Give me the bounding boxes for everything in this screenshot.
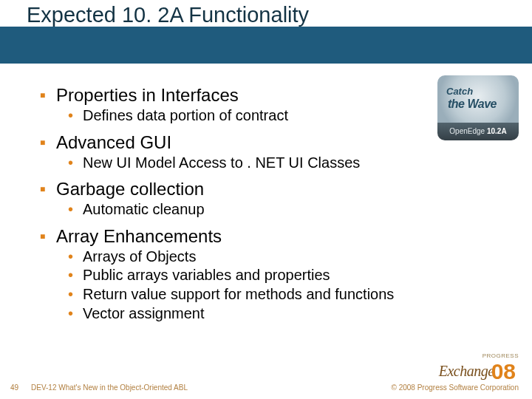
- footer: 49 DEV-12 What's New in the Object-Orien…: [0, 378, 532, 393]
- bullet: Vector assignment: [83, 304, 495, 324]
- footer-left: DEV-12 What's New in the Object-Oriented…: [31, 383, 188, 392]
- bullet: Arrays of Objects: [83, 248, 495, 267]
- exchange-logo: PROGRESS Exchange08: [439, 352, 519, 381]
- section-0: Properties in Interfaces Defines data po…: [37, 84, 495, 126]
- title-bar: [0, 27, 532, 64]
- section-heading: Array Enhancements: [56, 225, 495, 248]
- logo-event: Exchange: [439, 363, 494, 379]
- section-3: Array Enhancements Arrays of Objects Pub…: [37, 225, 495, 323]
- section-heading: Garbage collection: [56, 178, 495, 200]
- section-heading: Properties in Interfaces: [56, 84, 495, 106]
- content: Properties in Interfaces Defines data po…: [37, 78, 495, 323]
- section-1: Advanced GUI New UI Model Access to . NE…: [37, 132, 495, 173]
- bullet: Automatic cleanup: [83, 200, 495, 219]
- bullet: Defines data portion of contract: [83, 106, 495, 126]
- bullet: Return value support for methods and fun…: [83, 285, 495, 304]
- slide: Expected 10. 2A Functionality Catch the …: [0, 0, 532, 399]
- footer-right: © 2008 Progress Software Corporation: [392, 383, 519, 392]
- slide-title: Expected 10. 2A Functionality: [27, 3, 309, 27]
- page-number: 49: [10, 383, 18, 392]
- bullet: New UI Model Access to . NET UI Classes: [83, 154, 495, 173]
- section-heading: Advanced GUI: [56, 132, 495, 154]
- bullet: Public arrays variables and properties: [83, 266, 495, 285]
- logo-brand: PROGRESS: [439, 352, 519, 359]
- section-2: Garbage collection Automatic cleanup: [37, 178, 495, 219]
